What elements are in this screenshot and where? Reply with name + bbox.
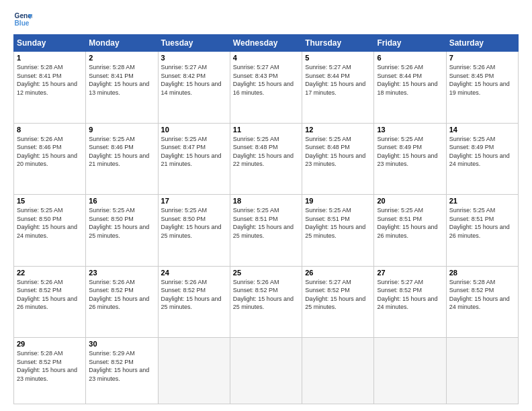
- day-info: Sunrise: 5:28 AM Sunset: 8:52 PM Dayligh…: [449, 278, 515, 312]
- day-info: Sunrise: 5:27 AM Sunset: 8:52 PM Dayligh…: [305, 278, 371, 312]
- weekday-header-thursday: Thursday: [302, 35, 374, 52]
- calendar-cell-29: 29 Sunrise: 5:28 AM Sunset: 8:52 PM Dayl…: [14, 338, 86, 404]
- calendar-cell-10: 10 Sunrise: 5:25 AM Sunset: 8:47 PM Dayl…: [158, 123, 230, 195]
- calendar-cell-15: 15 Sunrise: 5:25 AM Sunset: 8:50 PM Dayl…: [14, 195, 86, 267]
- weekday-header-sunday: Sunday: [14, 35, 86, 52]
- calendar-cell-14: 14 Sunrise: 5:25 AM Sunset: 8:49 PM Dayl…: [446, 123, 518, 195]
- calendar-table: SundayMondayTuesdayWednesdayThursdayFrid…: [13, 34, 519, 404]
- calendar-cell-24: 24 Sunrise: 5:26 AM Sunset: 8:52 PM Dayl…: [158, 266, 230, 338]
- weekday-header-row: SundayMondayTuesdayWednesdayThursdayFrid…: [14, 35, 519, 52]
- calendar-cell-12: 12 Sunrise: 5:25 AM Sunset: 8:48 PM Dayl…: [302, 123, 374, 195]
- day-number: 29: [17, 340, 83, 348]
- day-number: 24: [161, 269, 227, 277]
- day-info: Sunrise: 5:25 AM Sunset: 8:48 PM Dayligh…: [305, 135, 371, 169]
- calendar-cell-11: 11 Sunrise: 5:25 AM Sunset: 8:48 PM Dayl…: [230, 123, 302, 195]
- day-number: 4: [233, 54, 299, 62]
- calendar-week-4: 22 Sunrise: 5:26 AM Sunset: 8:52 PM Dayl…: [14, 266, 519, 338]
- calendar-cell-6: 6 Sunrise: 5:26 AM Sunset: 8:44 PM Dayli…: [374, 52, 446, 124]
- calendar-cell-13: 13 Sunrise: 5:25 AM Sunset: 8:49 PM Dayl…: [374, 123, 446, 195]
- calendar-cell-26: 26 Sunrise: 5:27 AM Sunset: 8:52 PM Dayl…: [302, 266, 374, 338]
- day-info: Sunrise: 5:25 AM Sunset: 8:46 PM Dayligh…: [89, 135, 154, 169]
- weekday-header-friday: Friday: [374, 35, 446, 52]
- day-number: 30: [89, 340, 154, 348]
- calendar-cell-empty-4-5: [374, 338, 446, 404]
- weekday-header-saturday: Saturday: [446, 35, 518, 52]
- calendar-cell-22: 22 Sunrise: 5:26 AM Sunset: 8:52 PM Dayl…: [14, 266, 86, 338]
- day-info: Sunrise: 5:27 AM Sunset: 8:52 PM Dayligh…: [377, 278, 443, 312]
- day-number: 13: [377, 126, 443, 134]
- day-info: Sunrise: 5:26 AM Sunset: 8:46 PM Dayligh…: [17, 135, 83, 169]
- day-number: 26: [305, 269, 371, 277]
- day-number: 16: [89, 197, 154, 205]
- day-number: 7: [449, 54, 515, 62]
- calendar-week-5: 29 Sunrise: 5:28 AM Sunset: 8:52 PM Dayl…: [14, 338, 519, 404]
- day-number: 25: [233, 269, 299, 277]
- day-number: 9: [89, 126, 154, 134]
- calendar-cell-21: 21 Sunrise: 5:25 AM Sunset: 8:51 PM Dayl…: [446, 195, 518, 267]
- calendar-cell-18: 18 Sunrise: 5:25 AM Sunset: 8:51 PM Dayl…: [230, 195, 302, 267]
- day-number: 10: [161, 126, 227, 134]
- day-info: Sunrise: 5:26 AM Sunset: 8:45 PM Dayligh…: [449, 63, 515, 97]
- day-info: Sunrise: 5:25 AM Sunset: 8:51 PM Dayligh…: [449, 206, 515, 240]
- day-number: 28: [449, 269, 515, 277]
- calendar-cell-20: 20 Sunrise: 5:25 AM Sunset: 8:51 PM Dayl…: [374, 195, 446, 267]
- day-info: Sunrise: 5:25 AM Sunset: 8:49 PM Dayligh…: [449, 135, 515, 169]
- page: General Blue SundayMondayTuesdayWednesda…: [0, 0, 532, 411]
- day-info: Sunrise: 5:28 AM Sunset: 8:41 PM Dayligh…: [89, 63, 154, 97]
- calendar-cell-7: 7 Sunrise: 5:26 AM Sunset: 8:45 PM Dayli…: [446, 52, 518, 124]
- day-number: 22: [17, 269, 83, 277]
- calendar-cell-2: 2 Sunrise: 5:28 AM Sunset: 8:41 PM Dayli…: [86, 52, 158, 124]
- calendar-cell-30: 30 Sunrise: 5:29 AM Sunset: 8:52 PM Dayl…: [86, 338, 158, 404]
- calendar-cell-28: 28 Sunrise: 5:28 AM Sunset: 8:52 PM Dayl…: [446, 266, 518, 338]
- day-number: 5: [305, 54, 371, 62]
- day-number: 2: [89, 54, 154, 62]
- weekday-header-monday: Monday: [86, 35, 158, 52]
- day-number: 27: [377, 269, 443, 277]
- day-info: Sunrise: 5:25 AM Sunset: 8:47 PM Dayligh…: [161, 135, 227, 169]
- day-info: Sunrise: 5:26 AM Sunset: 8:44 PM Dayligh…: [377, 63, 443, 97]
- calendar-cell-empty-4-6: [446, 338, 518, 404]
- calendar-cell-empty-4-4: [302, 338, 374, 404]
- day-info: Sunrise: 5:25 AM Sunset: 8:51 PM Dayligh…: [305, 206, 371, 240]
- day-number: 19: [305, 197, 371, 205]
- calendar-cell-empty-4-3: [230, 338, 302, 404]
- day-number: 17: [161, 197, 227, 205]
- day-number: 14: [449, 126, 515, 134]
- calendar-cell-23: 23 Sunrise: 5:26 AM Sunset: 8:52 PM Dayl…: [86, 266, 158, 338]
- day-number: 18: [233, 197, 299, 205]
- day-info: Sunrise: 5:26 AM Sunset: 8:52 PM Dayligh…: [17, 278, 83, 312]
- calendar-cell-27: 27 Sunrise: 5:27 AM Sunset: 8:52 PM Dayl…: [374, 266, 446, 338]
- day-number: 20: [377, 197, 443, 205]
- day-info: Sunrise: 5:26 AM Sunset: 8:52 PM Dayligh…: [161, 278, 227, 312]
- calendar-cell-19: 19 Sunrise: 5:25 AM Sunset: 8:51 PM Dayl…: [302, 195, 374, 267]
- day-info: Sunrise: 5:27 AM Sunset: 8:44 PM Dayligh…: [305, 63, 371, 97]
- calendar-cell-4: 4 Sunrise: 5:27 AM Sunset: 8:43 PM Dayli…: [230, 52, 302, 124]
- day-number: 1: [17, 54, 83, 62]
- day-info: Sunrise: 5:25 AM Sunset: 8:50 PM Dayligh…: [161, 206, 227, 240]
- calendar-week-2: 8 Sunrise: 5:26 AM Sunset: 8:46 PM Dayli…: [14, 123, 519, 195]
- calendar-week-3: 15 Sunrise: 5:25 AM Sunset: 8:50 PM Dayl…: [14, 195, 519, 267]
- weekday-header-tuesday: Tuesday: [158, 35, 230, 52]
- day-number: 3: [161, 54, 227, 62]
- day-info: Sunrise: 5:25 AM Sunset: 8:50 PM Dayligh…: [17, 206, 83, 240]
- logo: General Blue: [13, 10, 32, 29]
- day-info: Sunrise: 5:28 AM Sunset: 8:41 PM Dayligh…: [17, 63, 83, 97]
- day-number: 12: [305, 126, 371, 134]
- header: General Blue: [13, 10, 519, 29]
- calendar-cell-1: 1 Sunrise: 5:28 AM Sunset: 8:41 PM Dayli…: [14, 52, 86, 124]
- day-info: Sunrise: 5:26 AM Sunset: 8:52 PM Dayligh…: [89, 278, 154, 312]
- day-number: 15: [17, 197, 83, 205]
- day-number: 21: [449, 197, 515, 205]
- day-number: 8: [17, 126, 83, 134]
- calendar-cell-17: 17 Sunrise: 5:25 AM Sunset: 8:50 PM Dayl…: [158, 195, 230, 267]
- weekday-header-wednesday: Wednesday: [230, 35, 302, 52]
- day-info: Sunrise: 5:27 AM Sunset: 8:42 PM Dayligh…: [161, 63, 227, 97]
- day-number: 23: [89, 269, 154, 277]
- calendar-cell-empty-4-2: [158, 338, 230, 404]
- calendar-cell-3: 3 Sunrise: 5:27 AM Sunset: 8:42 PM Dayli…: [158, 52, 230, 124]
- day-number: 6: [377, 54, 443, 62]
- day-number: 11: [233, 126, 299, 134]
- calendar-cell-8: 8 Sunrise: 5:26 AM Sunset: 8:46 PM Dayli…: [14, 123, 86, 195]
- calendar-cell-16: 16 Sunrise: 5:25 AM Sunset: 8:50 PM Dayl…: [86, 195, 158, 267]
- svg-text:Blue: Blue: [15, 19, 30, 27]
